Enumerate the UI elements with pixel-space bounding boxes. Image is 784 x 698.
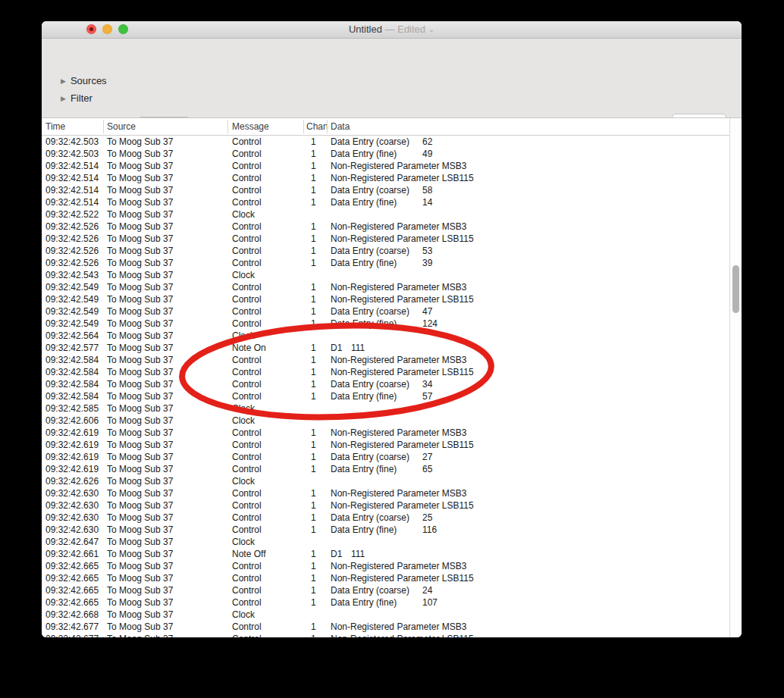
cell-time: 09:32:42.665 bbox=[45, 584, 99, 596]
cell-data: Non-Registered Parameter MSB3 bbox=[331, 281, 466, 293]
data-value: 107 bbox=[422, 597, 437, 608]
table-row[interactable]: 09:32:42.526To Moog Sub 37Control1Non-Re… bbox=[42, 221, 730, 233]
filter-disclosure[interactable]: ▶Filter bbox=[61, 92, 93, 104]
cell-time: 09:32:42.661 bbox=[45, 548, 99, 560]
column-header-message[interactable]: Message bbox=[232, 121, 269, 132]
table-row[interactable]: 09:32:42.514To Moog Sub 37Control1Non-Re… bbox=[42, 160, 730, 172]
table-row[interactable]: 09:32:42.585To Moog Sub 37Clock bbox=[42, 402, 730, 415]
data-label: Non-Registered Parameter LSB bbox=[331, 633, 459, 637]
cell-message: Clock bbox=[232, 415, 255, 427]
table-row[interactable]: 09:32:42.661To Moog Sub 37Note Off1D1111 bbox=[42, 548, 730, 560]
column-header-data[interactable]: Data bbox=[331, 121, 350, 132]
table-row[interactable]: 09:32:42.549To Moog Sub 37Control1Non-Re… bbox=[42, 281, 730, 293]
table-row[interactable]: 09:32:42.619To Moog Sub 37Control1Non-Re… bbox=[42, 427, 730, 439]
table-row[interactable]: 09:32:42.668To Moog Sub 37Clock bbox=[42, 609, 730, 621]
cell-time: 09:32:42.619 bbox=[45, 451, 99, 463]
cell-data bbox=[331, 609, 422, 621]
table-row[interactable]: 09:32:42.626To Moog Sub 37Clock bbox=[42, 475, 730, 487]
data-label: Non-Registered Parameter MSB bbox=[331, 354, 462, 366]
title-bar[interactable]: Untitled — Edited ⌄ bbox=[42, 21, 742, 39]
table-row[interactable]: 09:32:42.630To Moog Sub 37Control1Data E… bbox=[42, 524, 730, 536]
table-row[interactable]: 09:32:42.630To Moog Sub 37Control1Non-Re… bbox=[42, 499, 730, 512]
data-value: 14 bbox=[422, 197, 432, 208]
cell-data: Non-Registered Parameter LSB115 bbox=[331, 572, 474, 584]
table-row[interactable]: 09:32:42.665To Moog Sub 37Control1Data E… bbox=[42, 584, 730, 596]
cell-data: Data Entry (fine)14 bbox=[331, 196, 432, 208]
cell-channel: 1 bbox=[311, 512, 316, 524]
table-row[interactable]: 09:32:42.549To Moog Sub 37Control1Non-Re… bbox=[42, 293, 730, 305]
cell-source: To Moog Sub 37 bbox=[107, 293, 173, 305]
cell-source: To Moog Sub 37 bbox=[107, 269, 173, 281]
column-divider[interactable] bbox=[327, 120, 328, 133]
table-row[interactable]: 09:32:42.584To Moog Sub 37Control1Data E… bbox=[42, 390, 730, 402]
table-row[interactable]: 09:32:42.543To Moog Sub 37Clock bbox=[42, 269, 730, 281]
column-divider[interactable] bbox=[103, 120, 104, 133]
column-header-time[interactable]: Time bbox=[45, 121, 65, 132]
table-row[interactable]: 09:32:42.584To Moog Sub 37Control1Data E… bbox=[42, 378, 730, 390]
cell-data: Non-Registered Parameter LSB115 bbox=[331, 499, 474, 512]
table-row[interactable]: 09:32:42.503To Moog Sub 37Control1Data E… bbox=[42, 136, 730, 148]
cell-time: 09:32:42.630 bbox=[45, 499, 99, 512]
sources-disclosure[interactable]: ▶Sources bbox=[61, 75, 107, 86]
table-row[interactable]: 09:32:42.630To Moog Sub 37Control1Non-Re… bbox=[42, 487, 730, 499]
cell-message: Control bbox=[232, 233, 262, 245]
table-row[interactable]: 09:32:42.677To Moog Sub 37Control1Non-Re… bbox=[42, 633, 730, 637]
cell-data bbox=[331, 402, 422, 415]
table-row[interactable]: 09:32:42.526To Moog Sub 37Control1Non-Re… bbox=[42, 233, 730, 245]
scrollbar-thumb[interactable] bbox=[732, 265, 739, 313]
table-row[interactable]: 09:32:42.549To Moog Sub 37Control1Data E… bbox=[42, 318, 730, 330]
table-row[interactable]: 09:32:42.630To Moog Sub 37Control1Data E… bbox=[42, 512, 730, 524]
table-row[interactable]: 09:32:42.503To Moog Sub 37Control1Data E… bbox=[42, 148, 730, 160]
cell-message: Control bbox=[232, 572, 262, 584]
column-header-source[interactable]: Source bbox=[107, 121, 136, 132]
cell-source: To Moog Sub 37 bbox=[107, 378, 173, 390]
cell-source: To Moog Sub 37 bbox=[107, 499, 173, 512]
table-row[interactable]: 09:32:42.584To Moog Sub 37Control1Non-Re… bbox=[42, 366, 730, 378]
cell-time: 09:32:42.665 bbox=[45, 596, 99, 609]
table-row[interactable]: 09:32:42.584To Moog Sub 37Control1Non-Re… bbox=[42, 354, 730, 366]
table-row[interactable]: 09:32:42.665To Moog Sub 37Control1Data E… bbox=[42, 596, 730, 609]
scrollbar-track[interactable] bbox=[729, 118, 742, 637]
table-row[interactable]: 09:32:42.665To Moog Sub 37Control1Non-Re… bbox=[42, 572, 730, 584]
cell-data bbox=[331, 269, 422, 281]
table-row[interactable]: 09:32:42.619To Moog Sub 37Control1Non-Re… bbox=[42, 439, 730, 451]
table-row[interactable]: 09:32:42.677To Moog Sub 37Control1Non-Re… bbox=[42, 621, 730, 633]
table-row[interactable]: 09:32:42.549To Moog Sub 37Control1Data E… bbox=[42, 305, 730, 318]
chevron-down-icon[interactable]: ⌄ bbox=[428, 25, 434, 33]
cell-message: Control bbox=[232, 584, 262, 596]
cell-channel: 1 bbox=[311, 596, 316, 609]
table-row[interactable]: 09:32:42.514To Moog Sub 37Control1Non-Re… bbox=[42, 172, 730, 184]
cell-message: Control bbox=[232, 427, 262, 439]
table-row[interactable]: 09:32:42.577To Moog Sub 37Note On1D1111 bbox=[42, 342, 730, 354]
cell-source: To Moog Sub 37 bbox=[107, 390, 173, 402]
table-row[interactable]: 09:32:42.514To Moog Sub 37Control1Data E… bbox=[42, 196, 730, 208]
cell-data: Data Entry (fine)57 bbox=[331, 390, 432, 402]
cell-data: Data Entry (fine)65 bbox=[331, 463, 432, 475]
cell-message: Control bbox=[232, 257, 262, 269]
cell-time: 09:32:42.626 bbox=[45, 475, 99, 487]
data-value: 62 bbox=[422, 136, 432, 147]
column-divider[interactable] bbox=[303, 120, 304, 133]
cell-source: To Moog Sub 37 bbox=[107, 233, 173, 245]
table-row[interactable]: 09:32:42.606To Moog Sub 37Clock bbox=[42, 415, 730, 427]
table-row[interactable]: 09:32:42.647To Moog Sub 37Clock bbox=[42, 536, 730, 548]
table-row[interactable]: 09:32:42.514To Moog Sub 37Control1Data E… bbox=[42, 184, 730, 196]
table-row[interactable]: 09:32:42.526To Moog Sub 37Control1Data E… bbox=[42, 257, 730, 269]
table-row[interactable]: 09:32:42.665To Moog Sub 37Control1Non-Re… bbox=[42, 560, 730, 572]
edited-badge[interactable]: Edited bbox=[397, 23, 425, 35]
column-divider[interactable] bbox=[227, 120, 228, 133]
cell-channel: 1 bbox=[311, 221, 316, 233]
column-header-chan[interactable]: Chan bbox=[306, 121, 328, 132]
cell-source: To Moog Sub 37 bbox=[107, 584, 173, 596]
table-row[interactable]: 09:32:42.619To Moog Sub 37Control1Data E… bbox=[42, 463, 730, 475]
cell-message: Note Off bbox=[232, 548, 265, 560]
table-row[interactable]: 09:32:42.564To Moog Sub 37Clock bbox=[42, 330, 730, 342]
cell-channel: 1 bbox=[311, 439, 316, 451]
cell-message: Clock bbox=[232, 402, 255, 415]
cell-source: To Moog Sub 37 bbox=[107, 257, 173, 269]
table-row[interactable]: 09:32:42.526To Moog Sub 37Control1Data E… bbox=[42, 245, 730, 257]
table-row[interactable]: 09:32:42.522To Moog Sub 37Clock bbox=[42, 208, 730, 221]
table-row[interactable]: 09:32:42.619To Moog Sub 37Control1Data E… bbox=[42, 451, 730, 463]
cell-time: 09:32:42.543 bbox=[45, 269, 99, 281]
cell-data: Data Entry (coarse)47 bbox=[331, 305, 432, 318]
